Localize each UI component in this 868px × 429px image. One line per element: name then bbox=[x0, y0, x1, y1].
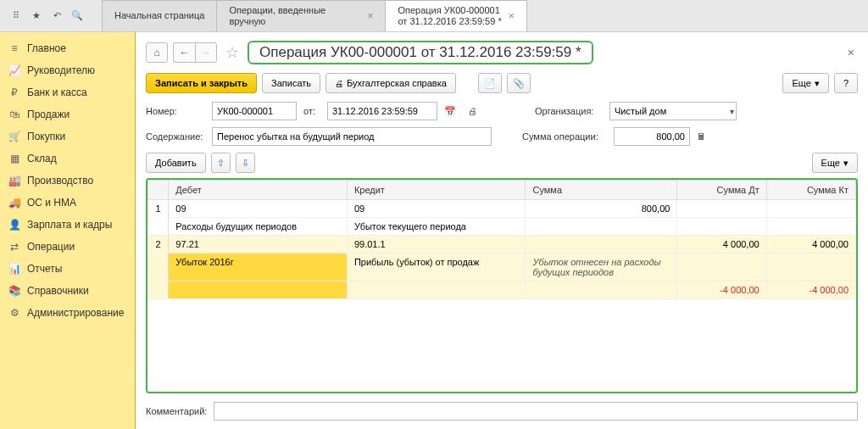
bars-icon: 📊 bbox=[8, 263, 20, 275]
sum-kt-neg[interactable]: -4 000,00 bbox=[766, 281, 855, 299]
org-label: Организация: bbox=[535, 106, 603, 116]
sidebar-item-admin[interactable]: ⚙Администрирование bbox=[0, 302, 135, 324]
debit-desc[interactable]: Убыток 2016г bbox=[169, 254, 348, 281]
sum-extra[interactable] bbox=[526, 281, 677, 299]
header-row: ⌂ ← → ☆ Операция УК00-000001 от 31.12.20… bbox=[146, 41, 858, 64]
more-button[interactable]: Еще ▾ bbox=[782, 73, 828, 93]
table-row[interactable]: Расходы будущих периодов Убыток текущего… bbox=[148, 218, 856, 236]
comment-input[interactable] bbox=[214, 402, 858, 421]
credit-code[interactable]: 09 bbox=[347, 200, 526, 218]
favorite-button[interactable]: ☆ bbox=[222, 42, 242, 63]
tab-label: Начальная страница bbox=[114, 10, 204, 21]
sidebar-item-purchases[interactable]: 🛒Покупки bbox=[0, 125, 135, 148]
sum-kt-cell[interactable] bbox=[766, 200, 855, 218]
credit-extra[interactable] bbox=[347, 281, 526, 299]
close-icon[interactable]: × bbox=[509, 10, 515, 22]
back-button[interactable]: ← bbox=[173, 42, 195, 63]
sidebar-item-manager[interactable]: 📈Руководителю bbox=[0, 59, 135, 81]
sum-dt-neg[interactable]: -4 000,00 bbox=[677, 281, 766, 299]
credit-code[interactable]: 99.01.1 bbox=[347, 236, 526, 254]
chart-icon: 📈 bbox=[8, 64, 20, 76]
content-input[interactable] bbox=[212, 127, 492, 146]
sidebar-item-label: Покупки bbox=[27, 131, 65, 142]
number-label: Номер: bbox=[146, 106, 205, 116]
table-row[interactable]: 2 97.21 99.01.1 4 000,00 4 000,00 bbox=[148, 236, 856, 254]
dt-kt-button[interactable]: 📄 bbox=[478, 73, 502, 93]
debit-code[interactable]: 09 bbox=[169, 200, 348, 218]
print-small-icon[interactable]: 🖨 bbox=[468, 106, 477, 116]
debit-code[interactable]: 97.21 bbox=[169, 236, 348, 254]
col-debit[interactable]: Дебет bbox=[169, 181, 348, 200]
grid-icon: ▦ bbox=[8, 153, 20, 164]
sidebar-item-payroll[interactable]: 👤Зарплата и кадры bbox=[0, 214, 135, 236]
sum-cell[interactable]: 800,00 bbox=[526, 200, 677, 218]
move-up-button[interactable]: ⇧ bbox=[211, 153, 231, 173]
forward-button[interactable]: → bbox=[195, 42, 217, 63]
sum-dt-cell[interactable] bbox=[677, 200, 766, 218]
star-icon[interactable]: ★ bbox=[27, 7, 46, 25]
table-row[interactable]: 1 09 09 800,00 bbox=[148, 200, 856, 218]
col-sum[interactable]: Сумма bbox=[526, 181, 677, 200]
save-button[interactable]: Записать bbox=[262, 73, 320, 93]
org-input[interactable] bbox=[609, 102, 737, 120]
number-input[interactable] bbox=[212, 102, 297, 120]
sidebar-item-label: Главное bbox=[27, 42, 66, 54]
credit-desc[interactable]: Прибыль (убыток) от продаж bbox=[347, 254, 526, 281]
debit-desc[interactable]: Расходы будущих периодов bbox=[169, 218, 348, 236]
home-button[interactable]: ⌂ bbox=[146, 42, 168, 63]
sum-desc[interactable] bbox=[526, 218, 677, 236]
sum-kt-cell[interactable]: 4 000,00 bbox=[766, 236, 855, 254]
sidebar-item-assets[interactable]: 🚚ОС и НМА bbox=[0, 192, 135, 214]
sum-input[interactable] bbox=[614, 127, 690, 146]
sidebar-item-operations[interactable]: ⇄Операции bbox=[0, 236, 135, 258]
sidebar-item-production[interactable]: 🏭Производство bbox=[0, 170, 135, 192]
entries-grid: Дебет Кредит Сумма Сумма Дт Сумма Кт 1 0… bbox=[146, 178, 858, 393]
toolbar: Записать и закрыть Записать Бухгалтерска… bbox=[146, 73, 858, 93]
menu-icon: ≡ bbox=[8, 42, 20, 54]
tab-label: Операции, введенные вручную bbox=[229, 5, 360, 27]
credit-desc[interactable]: Убыток текущего периода bbox=[347, 218, 526, 236]
sidebar-item-label: Отчеты bbox=[27, 263, 62, 275]
sidebar-item-reports[interactable]: 📊Отчеты bbox=[0, 258, 135, 280]
attach-button[interactable]: 📎 bbox=[507, 73, 531, 93]
sidebar-item-sales[interactable]: 🛍Продажи bbox=[0, 103, 135, 125]
close-icon[interactable]: × bbox=[367, 10, 373, 22]
accounting-ref-button[interactable]: Бухгалтерская справка bbox=[326, 73, 456, 93]
col-num bbox=[148, 181, 169, 200]
nav-group: ← → bbox=[173, 42, 217, 63]
sum-cell[interactable] bbox=[526, 236, 677, 254]
sidebar-item-label: Руководителю bbox=[27, 64, 95, 76]
tab-operations[interactable]: Операции, введенные вручную × bbox=[216, 0, 386, 31]
history-icon[interactable]: ↶ bbox=[47, 7, 66, 25]
sum-dt-cell[interactable]: 4 000,00 bbox=[677, 236, 766, 254]
search-icon[interactable]: 🔍 bbox=[68, 7, 86, 25]
sidebar-item-label: Банк и касса bbox=[27, 86, 87, 98]
tab-operation-detail[interactable]: Операция УК00-000001от 31.12.2016 23:59:… bbox=[385, 0, 526, 31]
apps-icon[interactable]: ⠿ bbox=[7, 7, 25, 25]
col-sum-dt[interactable]: Сумма Дт bbox=[677, 181, 766, 200]
move-down-button[interactable]: ⇩ bbox=[236, 153, 255, 173]
dropdown-icon[interactable]: ▾ bbox=[730, 107, 734, 116]
sidebar-item-main[interactable]: ≡Главное bbox=[0, 37, 135, 59]
table-row[interactable]: -4 000,00 -4 000,00 bbox=[148, 281, 856, 299]
save-close-button[interactable]: Записать и закрыть bbox=[146, 73, 257, 93]
sidebar-item-bank[interactable]: ₽Банк и касса bbox=[0, 81, 135, 103]
sidebar-item-warehouse[interactable]: ▦Склад bbox=[0, 148, 135, 170]
tab-start[interactable]: Начальная страница bbox=[102, 0, 217, 31]
help-button[interactable]: ? bbox=[834, 73, 858, 93]
row-number: 1 bbox=[148, 200, 169, 236]
add-button[interactable]: Добавить bbox=[146, 153, 206, 173]
sum-desc[interactable]: Убыток отнесен на расходы будущих период… bbox=[526, 254, 677, 281]
calculator-icon[interactable]: 🖩 bbox=[697, 131, 706, 142]
date-input[interactable] bbox=[327, 102, 437, 120]
close-page-button[interactable]: × bbox=[844, 42, 858, 63]
sidebar-item-directories[interactable]: 📚Справочники bbox=[0, 280, 135, 302]
grid-more-button[interactable]: Еще ▾ bbox=[812, 153, 858, 173]
col-credit[interactable]: Кредит bbox=[347, 181, 526, 200]
col-sum-kt[interactable]: Сумма Кт bbox=[766, 181, 855, 200]
table-row[interactable]: Убыток 2016г Прибыль (убыток) от продаж … bbox=[148, 254, 856, 281]
calendar-icon[interactable]: 📅 bbox=[444, 106, 456, 117]
debit-extra[interactable] bbox=[169, 281, 348, 299]
printer-icon bbox=[335, 78, 343, 88]
sidebar-item-label: Производство bbox=[27, 175, 93, 187]
